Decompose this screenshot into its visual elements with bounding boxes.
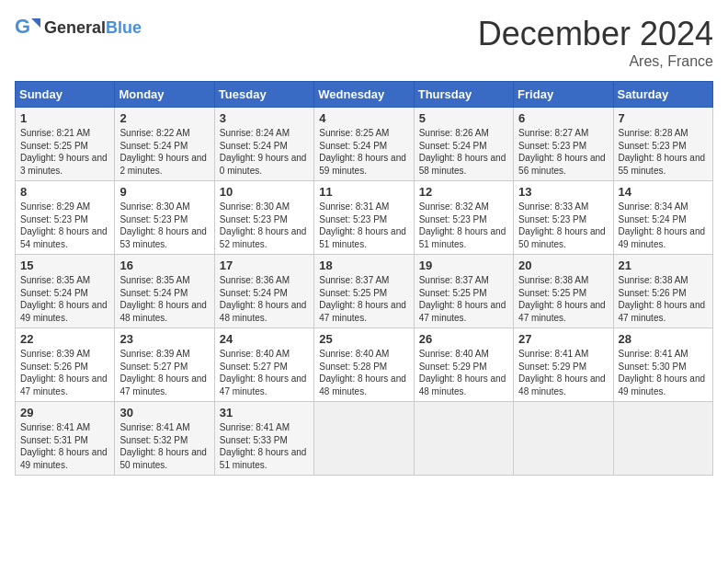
day-number: 19 (419, 259, 508, 272)
cell-text: Sunrise: 8:41 AMSunset: 5:30 PMDaylight:… (619, 349, 706, 396)
calendar-day-header: Wednesday (314, 82, 414, 108)
calendar-cell (314, 402, 414, 476)
cell-text: Sunrise: 8:41 AMSunset: 5:32 PMDaylight:… (119, 422, 207, 470)
day-number: 30 (119, 406, 209, 419)
cell-text: Sunrise: 8:40 AMSunset: 5:28 PMDaylight:… (319, 349, 406, 396)
day-number: 7 (619, 111, 708, 125)
day-number: 29 (20, 406, 109, 419)
calendar-cell: 5Sunrise: 8:26 AMSunset: 5:24 PMDaylight… (414, 108, 513, 181)
day-number: 18 (319, 259, 408, 272)
cell-text: Sunrise: 8:34 AMSunset: 5:24 PMDaylight:… (619, 201, 706, 249)
calendar-cell (514, 402, 613, 476)
logo: G GeneralBlue (15, 15, 142, 40)
calendar-cell: 20Sunrise: 8:38 AMSunset: 5:25 PMDayligh… (514, 255, 613, 328)
cell-text: Sunrise: 8:31 AMSunset: 5:23 PMDaylight:… (319, 201, 406, 249)
cell-text: Sunrise: 8:39 AMSunset: 5:26 PMDaylight:… (20, 349, 108, 396)
calendar-cell: 3Sunrise: 8:24 AMSunset: 5:24 PMDaylight… (214, 108, 313, 181)
header: G GeneralBlue December 2024 Ares, France (15, 15, 713, 70)
calendar-cell: 23Sunrise: 8:39 AMSunset: 5:27 PMDayligh… (115, 328, 214, 402)
calendar-cell: 4Sunrise: 8:25 AMSunset: 5:24 PMDaylight… (314, 108, 414, 181)
calendar-week-row: 29Sunrise: 8:41 AMSunset: 5:31 PMDayligh… (16, 402, 713, 476)
day-number: 28 (619, 332, 708, 346)
location: Ares, France (478, 53, 713, 70)
cell-text: Sunrise: 8:37 AMSunset: 5:25 PMDaylight:… (319, 275, 406, 323)
calendar-cell: 31Sunrise: 8:41 AMSunset: 5:33 PMDayligh… (214, 402, 313, 476)
day-number: 13 (518, 185, 608, 199)
cell-text: Sunrise: 8:24 AMSunset: 5:24 PMDaylight:… (220, 128, 307, 176)
day-number: 20 (518, 259, 608, 272)
logo-general: General (44, 18, 106, 37)
calendar-cell: 7Sunrise: 8:28 AMSunset: 5:23 PMDaylight… (613, 108, 712, 181)
day-number: 8 (20, 185, 109, 199)
cell-text: Sunrise: 8:25 AMSunset: 5:24 PMDaylight:… (319, 128, 406, 176)
day-number: 12 (419, 185, 508, 199)
cell-text: Sunrise: 8:30 AMSunset: 5:23 PMDaylight:… (220, 201, 307, 249)
logo-blue: Blue (106, 18, 142, 37)
day-number: 24 (220, 332, 309, 346)
calendar-cell: 13Sunrise: 8:33 AMSunset: 5:23 PMDayligh… (514, 181, 613, 255)
calendar-week-row: 8Sunrise: 8:29 AMSunset: 5:23 PMDaylight… (16, 181, 713, 255)
day-number: 3 (220, 111, 309, 125)
day-number: 31 (220, 406, 309, 419)
cell-text: Sunrise: 8:38 AMSunset: 5:26 PMDaylight:… (619, 275, 706, 323)
calendar-cell: 14Sunrise: 8:34 AMSunset: 5:24 PMDayligh… (613, 181, 712, 255)
day-number: 26 (419, 332, 508, 346)
cell-text: Sunrise: 8:29 AMSunset: 5:23 PMDaylight:… (20, 201, 108, 249)
calendar-cell (414, 402, 513, 476)
calendar-day-header: Saturday (613, 82, 712, 108)
calendar-cell: 10Sunrise: 8:30 AMSunset: 5:23 PMDayligh… (214, 181, 313, 255)
day-number: 16 (119, 259, 209, 272)
day-number: 4 (319, 111, 408, 125)
cell-text: Sunrise: 8:37 AMSunset: 5:25 PMDaylight:… (419, 275, 506, 323)
day-number: 9 (119, 185, 209, 199)
day-number: 17 (220, 259, 309, 272)
cell-text: Sunrise: 8:40 AMSunset: 5:29 PMDaylight:… (419, 349, 506, 396)
day-number: 10 (220, 185, 309, 199)
cell-text: Sunrise: 8:30 AMSunset: 5:23 PMDaylight:… (119, 201, 207, 249)
day-number: 11 (319, 185, 408, 199)
svg-text:G: G (15, 15, 30, 38)
cell-text: Sunrise: 8:33 AMSunset: 5:23 PMDaylight:… (518, 201, 606, 249)
day-number: 23 (119, 332, 209, 346)
day-number: 1 (20, 111, 109, 125)
calendar-body: 1Sunrise: 8:21 AMSunset: 5:25 PMDaylight… (16, 108, 713, 476)
month-title: December 2024 (478, 15, 713, 53)
cell-text: Sunrise: 8:38 AMSunset: 5:25 PMDaylight:… (518, 275, 606, 323)
day-number: 6 (518, 111, 608, 125)
calendar-cell: 29Sunrise: 8:41 AMSunset: 5:31 PMDayligh… (16, 402, 115, 476)
calendar-day-header: Tuesday (214, 82, 313, 108)
cell-text: Sunrise: 8:35 AMSunset: 5:24 PMDaylight:… (20, 275, 108, 323)
cell-text: Sunrise: 8:41 AMSunset: 5:33 PMDaylight:… (220, 422, 307, 470)
svg-marker-1 (31, 18, 40, 28)
calendar-cell: 15Sunrise: 8:35 AMSunset: 5:24 PMDayligh… (16, 255, 115, 328)
calendar-cell: 11Sunrise: 8:31 AMSunset: 5:23 PMDayligh… (314, 181, 414, 255)
calendar-day-header: Friday (514, 82, 613, 108)
calendar-cell: 17Sunrise: 8:36 AMSunset: 5:24 PMDayligh… (214, 255, 313, 328)
calendar-cell: 27Sunrise: 8:41 AMSunset: 5:29 PMDayligh… (514, 328, 613, 402)
day-number: 25 (319, 332, 408, 346)
calendar-cell: 12Sunrise: 8:32 AMSunset: 5:23 PMDayligh… (414, 181, 513, 255)
cell-text: Sunrise: 8:40 AMSunset: 5:27 PMDaylight:… (220, 349, 307, 396)
calendar-cell (613, 402, 712, 476)
cell-text: Sunrise: 8:28 AMSunset: 5:23 PMDaylight:… (619, 128, 706, 176)
logo-icon: G (15, 15, 40, 40)
day-number: 21 (619, 259, 708, 272)
calendar-week-row: 22Sunrise: 8:39 AMSunset: 5:26 PMDayligh… (16, 328, 713, 402)
cell-text: Sunrise: 8:21 AMSunset: 5:25 PMDaylight:… (20, 128, 108, 176)
day-number: 22 (20, 332, 109, 346)
cell-text: Sunrise: 8:41 AMSunset: 5:29 PMDaylight:… (518, 349, 606, 396)
cell-text: Sunrise: 8:22 AMSunset: 5:24 PMDaylight:… (119, 128, 207, 176)
calendar-cell: 26Sunrise: 8:40 AMSunset: 5:29 PMDayligh… (414, 328, 513, 402)
cell-text: Sunrise: 8:41 AMSunset: 5:31 PMDaylight:… (20, 422, 108, 470)
day-number: 27 (518, 332, 608, 346)
calendar-cell: 18Sunrise: 8:37 AMSunset: 5:25 PMDayligh… (314, 255, 414, 328)
title-area: December 2024 Ares, France (478, 15, 713, 70)
calendar-day-header: Thursday (414, 82, 513, 108)
calendar-cell: 21Sunrise: 8:38 AMSunset: 5:26 PMDayligh… (613, 255, 712, 328)
calendar-header-row: SundayMondayTuesdayWednesdayThursdayFrid… (16, 82, 713, 108)
cell-text: Sunrise: 8:36 AMSunset: 5:24 PMDaylight:… (220, 275, 307, 323)
calendar-cell: 9Sunrise: 8:30 AMSunset: 5:23 PMDaylight… (115, 181, 214, 255)
calendar-cell: 30Sunrise: 8:41 AMSunset: 5:32 PMDayligh… (115, 402, 214, 476)
day-number: 14 (619, 185, 708, 199)
cell-text: Sunrise: 8:27 AMSunset: 5:23 PMDaylight:… (518, 128, 606, 176)
